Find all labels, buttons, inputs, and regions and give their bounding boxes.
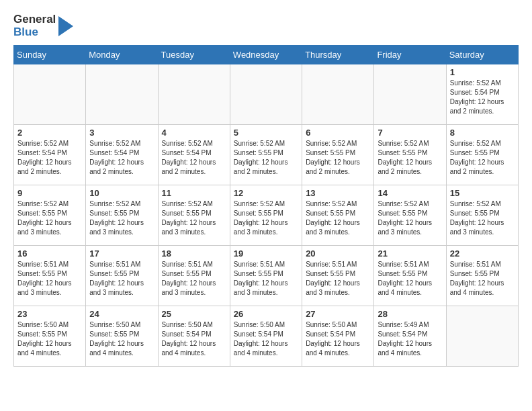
svg-marker-0 bbox=[58, 16, 73, 36]
day-of-week-header: Friday bbox=[374, 46, 446, 64]
day-of-week-header: Monday bbox=[86, 46, 158, 64]
day-number: 17 bbox=[89, 248, 154, 259]
calendar-day-cell: 26Sunrise: 5:50 AM Sunset: 5:54 PM Dayli… bbox=[230, 306, 302, 367]
day-number: 18 bbox=[162, 248, 226, 259]
day-number: 13 bbox=[306, 188, 370, 198]
day-info: Sunrise: 5:52 AM Sunset: 5:55 PM Dayligh… bbox=[378, 139, 442, 177]
day-info: Sunrise: 5:50 AM Sunset: 5:54 PM Dayligh… bbox=[234, 320, 298, 358]
calendar-day-cell: 9Sunrise: 5:52 AM Sunset: 5:55 PM Daylig… bbox=[14, 185, 86, 246]
day-info: Sunrise: 5:52 AM Sunset: 5:55 PM Dayligh… bbox=[17, 199, 82, 237]
calendar-day-cell: 15Sunrise: 5:52 AM Sunset: 5:55 PM Dayli… bbox=[446, 185, 518, 246]
day-info: Sunrise: 5:50 AM Sunset: 5:55 PM Dayligh… bbox=[17, 320, 82, 358]
day-info: Sunrise: 5:50 AM Sunset: 5:54 PM Dayligh… bbox=[162, 320, 226, 358]
day-number: 19 bbox=[234, 248, 298, 259]
day-number: 12 bbox=[234, 188, 298, 198]
day-info: Sunrise: 5:51 AM Sunset: 5:55 PM Dayligh… bbox=[378, 260, 442, 298]
day-info: Sunrise: 5:52 AM Sunset: 5:55 PM Dayligh… bbox=[89, 199, 154, 237]
page-header: General Blue bbox=[13, 13, 519, 38]
calendar-day-cell: 25Sunrise: 5:50 AM Sunset: 5:54 PM Dayli… bbox=[158, 306, 230, 367]
day-number: 3 bbox=[89, 128, 154, 138]
day-number: 14 bbox=[378, 188, 442, 198]
logo-triangle-icon bbox=[58, 16, 73, 36]
calendar-day-cell bbox=[446, 306, 518, 367]
day-info: Sunrise: 5:51 AM Sunset: 5:55 PM Dayligh… bbox=[17, 260, 82, 298]
calendar-day-cell bbox=[86, 64, 158, 125]
calendar-day-cell: 21Sunrise: 5:51 AM Sunset: 5:55 PM Dayli… bbox=[374, 246, 446, 306]
calendar-day-cell: 18Sunrise: 5:51 AM Sunset: 5:55 PM Dayli… bbox=[158, 246, 230, 306]
calendar-day-cell: 28Sunrise: 5:49 AM Sunset: 5:54 PM Dayli… bbox=[374, 306, 446, 367]
day-info: Sunrise: 5:52 AM Sunset: 5:55 PM Dayligh… bbox=[450, 139, 515, 177]
day-number: 10 bbox=[89, 188, 154, 198]
calendar-day-cell: 12Sunrise: 5:52 AM Sunset: 5:55 PM Dayli… bbox=[230, 185, 302, 246]
day-number: 23 bbox=[17, 309, 82, 319]
day-number: 21 bbox=[378, 248, 442, 259]
day-info: Sunrise: 5:52 AM Sunset: 5:55 PM Dayligh… bbox=[234, 199, 298, 237]
day-number: 1 bbox=[450, 67, 515, 77]
logo-blue: Blue bbox=[13, 26, 56, 39]
day-info: Sunrise: 5:52 AM Sunset: 5:55 PM Dayligh… bbox=[450, 199, 515, 237]
calendar-day-cell bbox=[374, 64, 446, 125]
logo: General Blue bbox=[13, 13, 73, 38]
calendar-day-cell: 11Sunrise: 5:52 AM Sunset: 5:55 PM Dayli… bbox=[158, 185, 230, 246]
calendar-day-cell: 1Sunrise: 5:52 AM Sunset: 5:54 PM Daylig… bbox=[446, 64, 518, 125]
day-of-week-header: Wednesday bbox=[230, 46, 302, 64]
day-info: Sunrise: 5:52 AM Sunset: 5:54 PM Dayligh… bbox=[162, 139, 226, 177]
day-number: 25 bbox=[162, 309, 226, 319]
day-number: 28 bbox=[378, 309, 442, 319]
day-info: Sunrise: 5:51 AM Sunset: 5:55 PM Dayligh… bbox=[89, 260, 154, 298]
calendar-week-row: 2Sunrise: 5:52 AM Sunset: 5:54 PM Daylig… bbox=[14, 125, 519, 185]
day-of-week-header: Sunday bbox=[14, 46, 86, 64]
calendar-day-cell: 23Sunrise: 5:50 AM Sunset: 5:55 PM Dayli… bbox=[14, 306, 86, 367]
day-info: Sunrise: 5:51 AM Sunset: 5:55 PM Dayligh… bbox=[306, 260, 370, 298]
calendar-day-cell: 27Sunrise: 5:50 AM Sunset: 5:54 PM Dayli… bbox=[302, 306, 374, 367]
logo-general: General bbox=[13, 13, 56, 26]
day-info: Sunrise: 5:51 AM Sunset: 5:55 PM Dayligh… bbox=[234, 260, 298, 298]
day-info: Sunrise: 5:52 AM Sunset: 5:55 PM Dayligh… bbox=[378, 199, 442, 237]
day-number: 27 bbox=[306, 309, 370, 319]
calendar-week-row: 16Sunrise: 5:51 AM Sunset: 5:55 PM Dayli… bbox=[14, 246, 519, 306]
day-info: Sunrise: 5:52 AM Sunset: 5:55 PM Dayligh… bbox=[306, 199, 370, 237]
calendar-day-cell: 4Sunrise: 5:52 AM Sunset: 5:54 PM Daylig… bbox=[158, 125, 230, 185]
calendar-day-cell: 16Sunrise: 5:51 AM Sunset: 5:55 PM Dayli… bbox=[14, 246, 86, 306]
day-info: Sunrise: 5:52 AM Sunset: 5:54 PM Dayligh… bbox=[17, 139, 82, 177]
day-of-week-header: Thursday bbox=[302, 46, 374, 64]
logo-text: General Blue bbox=[13, 13, 56, 38]
calendar-day-cell: 13Sunrise: 5:52 AM Sunset: 5:55 PM Dayli… bbox=[302, 185, 374, 246]
calendar-day-cell: 24Sunrise: 5:50 AM Sunset: 5:55 PM Dayli… bbox=[86, 306, 158, 367]
calendar-day-cell: 10Sunrise: 5:52 AM Sunset: 5:55 PM Dayli… bbox=[86, 185, 158, 246]
calendar-day-cell: 6Sunrise: 5:52 AM Sunset: 5:55 PM Daylig… bbox=[302, 125, 374, 185]
day-number: 15 bbox=[450, 188, 515, 198]
day-of-week-header: Saturday bbox=[446, 46, 518, 64]
day-number: 5 bbox=[234, 128, 298, 138]
calendar-day-cell: 3Sunrise: 5:52 AM Sunset: 5:54 PM Daylig… bbox=[86, 125, 158, 185]
calendar-day-cell: 5Sunrise: 5:52 AM Sunset: 5:55 PM Daylig… bbox=[230, 125, 302, 185]
day-number: 24 bbox=[89, 309, 154, 319]
day-info: Sunrise: 5:52 AM Sunset: 5:55 PM Dayligh… bbox=[306, 139, 370, 177]
day-number: 7 bbox=[378, 128, 442, 138]
day-number: 2 bbox=[17, 128, 82, 138]
day-info: Sunrise: 5:52 AM Sunset: 5:55 PM Dayligh… bbox=[234, 139, 298, 177]
calendar-week-row: 1Sunrise: 5:52 AM Sunset: 5:54 PM Daylig… bbox=[14, 64, 519, 125]
day-info: Sunrise: 5:50 AM Sunset: 5:55 PM Dayligh… bbox=[89, 320, 154, 358]
calendar-day-cell bbox=[14, 64, 86, 125]
calendar-day-cell: 17Sunrise: 5:51 AM Sunset: 5:55 PM Dayli… bbox=[86, 246, 158, 306]
day-number: 8 bbox=[450, 128, 515, 138]
calendar-day-cell: 20Sunrise: 5:51 AM Sunset: 5:55 PM Dayli… bbox=[302, 246, 374, 306]
calendar-day-cell: 19Sunrise: 5:51 AM Sunset: 5:55 PM Dayli… bbox=[230, 246, 302, 306]
calendar-day-cell: 14Sunrise: 5:52 AM Sunset: 5:55 PM Dayli… bbox=[374, 185, 446, 246]
day-info: Sunrise: 5:50 AM Sunset: 5:54 PM Dayligh… bbox=[306, 320, 370, 358]
calendar-table: SundayMondayTuesdayWednesdayThursdayFrid… bbox=[13, 45, 519, 367]
logo-container: General Blue bbox=[13, 13, 73, 38]
calendar-day-cell: 22Sunrise: 5:51 AM Sunset: 5:55 PM Dayli… bbox=[446, 246, 518, 306]
calendar-day-cell: 2Sunrise: 5:52 AM Sunset: 5:54 PM Daylig… bbox=[14, 125, 86, 185]
day-number: 16 bbox=[17, 248, 82, 259]
calendar-day-cell: 7Sunrise: 5:52 AM Sunset: 5:55 PM Daylig… bbox=[374, 125, 446, 185]
day-info: Sunrise: 5:49 AM Sunset: 5:54 PM Dayligh… bbox=[378, 320, 442, 358]
calendar-header-row: SundayMondayTuesdayWednesdayThursdayFrid… bbox=[14, 46, 519, 64]
day-info: Sunrise: 5:52 AM Sunset: 5:54 PM Dayligh… bbox=[450, 79, 515, 116]
day-number: 9 bbox=[17, 188, 82, 198]
day-number: 4 bbox=[162, 128, 226, 138]
day-number: 6 bbox=[306, 128, 370, 138]
calendar-day-cell bbox=[230, 64, 302, 125]
day-number: 22 bbox=[450, 248, 515, 259]
